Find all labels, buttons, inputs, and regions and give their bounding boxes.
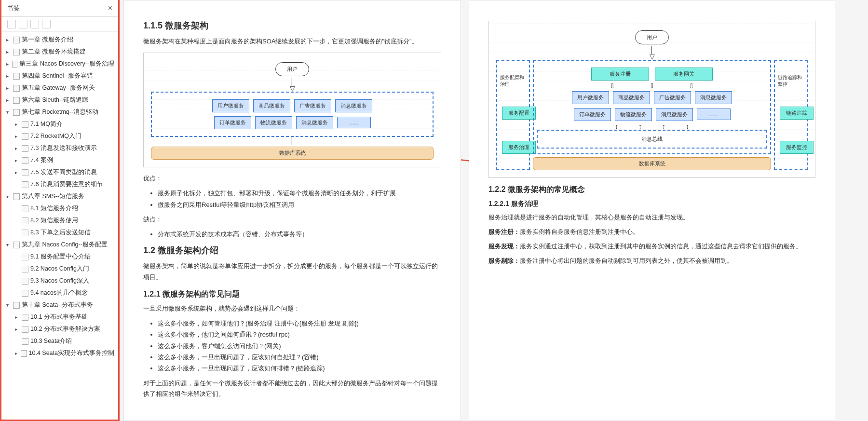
- expand-icon[interactable]: ▸: [6, 61, 10, 67]
- bookmark-icon: [12, 61, 18, 68]
- expand-icon[interactable]: ▸: [6, 97, 11, 103]
- bookmark-item[interactable]: ▸10.1 分布式事务基础: [1, 311, 118, 323]
- bookmark-label: 第八章 SMS--短信服务: [22, 192, 84, 201]
- bookmark-item[interactable]: ▸7.5 发送不同类型的消息: [1, 166, 118, 178]
- expand-icon[interactable]: ▸: [15, 351, 19, 356]
- expand-icon[interactable]: ▸: [15, 314, 20, 320]
- expand-icon[interactable]: ▸: [6, 85, 11, 91]
- bookmark-item[interactable]: ▸7.3 消息发送和接收演示: [1, 142, 118, 154]
- bookmark-label: 10.2 分布式事务解决方案: [30, 325, 100, 333]
- list-item: 微服务之间采用Restful等轻量级http协议相互调用: [158, 199, 441, 210]
- bookmark-icon: [22, 157, 28, 164]
- bookmark-icon: [13, 37, 20, 43]
- bookmark-label: 8.2 短信服务使用: [30, 217, 78, 225]
- bookmark-item[interactable]: ▸10.4 Seata实现分布式事务控制: [1, 347, 118, 359]
- bookmark-icon: [22, 230, 28, 236]
- expand-icon[interactable]: ▸: [6, 37, 11, 42]
- bookmark-item[interactable]: ▸第六章 Sleuth--链路追踪: [1, 94, 118, 106]
- diagram-box: 商品微服务: [613, 91, 650, 104]
- close-icon[interactable]: ×: [108, 4, 112, 13]
- diagram-box: 物流微服务: [615, 108, 652, 121]
- expand-icon[interactable]: ▾: [6, 109, 11, 115]
- diagram-box: ......: [697, 109, 731, 120]
- diagram-box: 用户微服务: [212, 99, 249, 112]
- expand-icon[interactable]: ▾: [6, 194, 11, 199]
- bookmark-icon: [13, 109, 20, 116]
- bookmark-item[interactable]: 8.1 短信服务介绍: [1, 203, 118, 215]
- sidebar-header: 书签 ×: [1, 0, 118, 17]
- heading-1-2-1: 1.2.1 微服务架构的常见问题: [143, 289, 441, 299]
- diagram-box: 服务配置: [502, 107, 536, 120]
- diagram-box: 订单微服务: [574, 108, 611, 121]
- list-item: 这么多小服务，一旦出现问题了，应该如何自处理？(容错): [158, 352, 441, 363]
- expand-icon[interactable]: ▸: [15, 146, 20, 151]
- heading-1-1-5: 1.1.5 微服务架构: [143, 20, 441, 31]
- para: 服务注册：服务实例将自身服务信息注册到注册中心。: [488, 227, 815, 237]
- bookmark-item[interactable]: ▸第四章 Sentinel--服务容错: [1, 70, 118, 82]
- bookmark-icon: [22, 338, 28, 345]
- list-item: 服务原子化拆分，独立打包、部署和升级，保证每个微服务清晰的任务划分，利于扩展: [158, 188, 441, 199]
- expand-icon[interactable]: ▸: [15, 158, 20, 163]
- bookmark-icon: [22, 121, 28, 128]
- label-advantages: 优点：: [143, 173, 441, 184]
- tool-icon[interactable]: [42, 20, 51, 28]
- bookmark-tree: ▸第一章 微服务介绍▸第二章 微服务环境搭建▸第三章 Nacos Discove…: [1, 32, 118, 420]
- bookmark-label: 第四章 Sentinel--服务容错: [22, 72, 93, 80]
- tool-icon[interactable]: [19, 20, 27, 28]
- diagram-user: 用户: [635, 30, 669, 44]
- bookmark-item[interactable]: ▾第九章 Nacos Config--服务配置: [1, 239, 118, 251]
- bookmark-item[interactable]: 8.2 短信服务使用: [1, 215, 118, 227]
- bookmark-item[interactable]: 9.3 Nacos Config深入: [1, 275, 118, 287]
- bookmark-item[interactable]: ▸第五章 Gateway--服务网关: [1, 82, 118, 94]
- bookmark-item[interactable]: ▾第八章 SMS--短信服务: [1, 190, 118, 203]
- diagram-box: 服务监控: [780, 141, 814, 154]
- tool-icon[interactable]: [7, 20, 16, 28]
- bookmark-item[interactable]: 9.1 服务配置中心介绍: [1, 251, 118, 263]
- bookmark-item[interactable]: ▸7.4 案例: [1, 154, 118, 166]
- bookmark-item[interactable]: ▸7.2 RocketMQ入门: [1, 130, 118, 142]
- expand-icon[interactable]: ▸: [15, 170, 20, 175]
- diagram-microservice-1: 用户 │▽ 用户微服务商品微服务广告微服务消息微服务 订单微服务物流微服务消息微…: [143, 53, 441, 167]
- bookmark-item[interactable]: ▸第三章 Nacos Discovery--服务治理: [1, 58, 118, 70]
- bookmark-item[interactable]: ▾第十章 Seata--分布式事务: [1, 299, 118, 311]
- bookmark-item[interactable]: 10.3 Seata介绍: [1, 335, 118, 347]
- bookmark-item[interactable]: ▾第七章 Rocketmq--消息驱动: [1, 106, 118, 118]
- para: 一旦采用微服务系统架构，就势必会遇到这样几个问题：: [143, 303, 441, 314]
- bookmark-icon: [22, 326, 28, 333]
- bookmark-item[interactable]: 7.6 消息消费要注意的细节: [1, 178, 118, 190]
- bookmark-item[interactable]: ▸10.2 分布式事务解决方案: [1, 323, 118, 335]
- diagram-box: ......: [337, 117, 371, 128]
- diagram-microservice-2: 用户 │▽ 服务配置和治理 服务配置 服务治理 服务注册 服务网关 ⇩ ⇩ ⇩: [488, 21, 815, 178]
- bookmark-item[interactable]: 8.3 下单之后发送短信: [1, 227, 118, 239]
- expand-icon[interactable]: ▸: [15, 326, 20, 332]
- diagram-box: 订单微服务: [214, 116, 251, 129]
- bookmark-icon: [22, 278, 28, 285]
- bookmark-label: 第九章 Nacos Config--服务配置: [22, 241, 108, 249]
- tool-icon[interactable]: [30, 20, 39, 28]
- expand-icon[interactable]: ▾: [6, 302, 11, 308]
- expand-icon[interactable]: ▸: [15, 122, 20, 127]
- para: 对于上面的问题，是任何一个微服务设计者都不能绕过去的，因此大部分的微服务产品都针…: [143, 378, 441, 399]
- bookmark-icon: [13, 242, 20, 248]
- term-def: 服务注册中心将出问题的服务自动剔除到可用列表之外，使其不会被调用到。: [520, 257, 733, 264]
- diagram-box: 用户微服务: [572, 91, 609, 104]
- list-item: 分布式系统开发的技术成本高（容错、分布式事务等）: [158, 229, 441, 240]
- bookmark-icon: [22, 181, 28, 188]
- expand-icon[interactable]: ▾: [6, 242, 11, 247]
- term: 服务发现：: [488, 243, 520, 250]
- bookmark-item[interactable]: 9.2 Nacos Config入门: [1, 263, 118, 275]
- bookmark-label: 第七章 Rocketmq--消息驱动: [22, 108, 98, 116]
- expand-icon[interactable]: ▸: [15, 134, 20, 139]
- list-disadvantages: 分布式系统开发的技术成本高（容错、分布式事务等）: [158, 229, 441, 240]
- para: 服务治理就是进行服务的自动化管理，其核心是服务的自动注册与发现。: [488, 212, 815, 223]
- bookmark-item[interactable]: ▸7.1 MQ简介: [1, 118, 118, 130]
- list-item: 这么多小服务，如何管理他们？(服务治理 注册中心[服务注册 发现 剔除]): [158, 318, 441, 329]
- bookmark-item[interactable]: ▸第二章 微服务环境搭建: [1, 46, 118, 58]
- expand-icon[interactable]: ▸: [6, 73, 11, 79]
- bookmark-item[interactable]: 9.4 nacos的几个概念: [1, 287, 118, 299]
- bookmark-label: 第五章 Gateway--服务网关: [22, 84, 95, 92]
- bookmark-item[interactable]: ▸第一章 微服务介绍: [1, 34, 118, 46]
- list-item: 这么多小服务，客户端怎么访问他们？(网关): [158, 340, 441, 352]
- bookmark-icon: [22, 133, 28, 140]
- expand-icon[interactable]: ▸: [6, 49, 11, 54]
